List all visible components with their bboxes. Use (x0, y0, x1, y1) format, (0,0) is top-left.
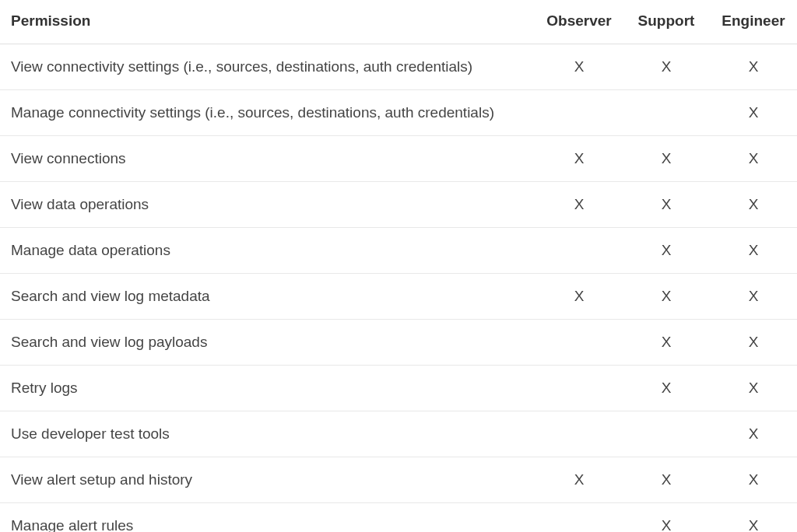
permission-label: View data operations (0, 182, 535, 228)
permission-label: Retry logs (0, 366, 535, 411)
role-mark-support: X (623, 182, 710, 228)
table-row: View data operations X X X (0, 182, 797, 228)
role-mark-support: X (623, 136, 710, 182)
permission-label: View connectivity settings (i.e., source… (0, 44, 535, 90)
role-mark-observer (535, 90, 623, 136)
role-mark-engineer: X (710, 136, 797, 182)
role-mark-engineer: X (710, 44, 797, 90)
role-mark-observer: X (535, 44, 623, 90)
role-mark-engineer: X (710, 228, 797, 274)
role-mark-observer (535, 503, 623, 533)
role-mark-engineer: X (710, 90, 797, 136)
role-mark-support: X (623, 320, 710, 366)
role-mark-support (623, 411, 710, 457)
table-row: Manage alert rules X X (0, 503, 797, 533)
role-mark-engineer: X (710, 320, 797, 366)
role-mark-support: X (623, 366, 710, 411)
role-mark-observer (535, 320, 623, 366)
table-row: View alert setup and history X X X (0, 457, 797, 503)
role-mark-observer (535, 366, 623, 411)
role-mark-observer (535, 228, 623, 274)
table-row: Search and view log metadata X X X (0, 274, 797, 320)
role-mark-support: X (623, 274, 710, 320)
role-mark-observer: X (535, 274, 623, 320)
role-mark-observer: X (535, 457, 623, 503)
role-mark-engineer: X (710, 182, 797, 228)
table-row: View connectivity settings (i.e., source… (0, 44, 797, 90)
role-mark-support: X (623, 228, 710, 274)
table-row: Manage data operations X X (0, 228, 797, 274)
permissions-table: Permission Observer Support Engineer Vie… (0, 0, 797, 532)
table-row: View connections X X X (0, 136, 797, 182)
role-mark-support (623, 90, 710, 136)
permission-label: View alert setup and history (0, 457, 535, 503)
role-mark-observer: X (535, 182, 623, 228)
role-mark-support: X (623, 503, 710, 533)
table-row: Search and view log payloads X X (0, 320, 797, 366)
role-mark-engineer: X (710, 457, 797, 503)
table-row: Use developer test tools X (0, 411, 797, 457)
table-row: Manage connectivity settings (i.e., sour… (0, 90, 797, 136)
permission-label: Manage connectivity settings (i.e., sour… (0, 90, 535, 136)
role-mark-engineer: X (710, 503, 797, 533)
role-mark-engineer: X (710, 366, 797, 411)
permission-label: Search and view log payloads (0, 320, 535, 366)
role-mark-observer: X (535, 136, 623, 182)
header-permission: Permission (0, 0, 535, 44)
role-mark-support: X (623, 44, 710, 90)
permission-label: Manage alert rules (0, 503, 535, 533)
permission-label: Search and view log metadata (0, 274, 535, 320)
role-mark-observer (535, 411, 623, 457)
header-role-support: Support (623, 0, 710, 44)
permission-label: View connections (0, 136, 535, 182)
header-role-engineer: Engineer (710, 0, 797, 44)
header-role-observer: Observer (535, 0, 623, 44)
table-row: Retry logs X X (0, 366, 797, 411)
role-mark-engineer: X (710, 411, 797, 457)
role-mark-support: X (623, 457, 710, 503)
permission-label: Use developer test tools (0, 411, 535, 457)
table-body: View connectivity settings (i.e., source… (0, 44, 797, 533)
permission-label: Manage data operations (0, 228, 535, 274)
table-header-row: Permission Observer Support Engineer (0, 0, 797, 44)
role-mark-engineer: X (710, 274, 797, 320)
